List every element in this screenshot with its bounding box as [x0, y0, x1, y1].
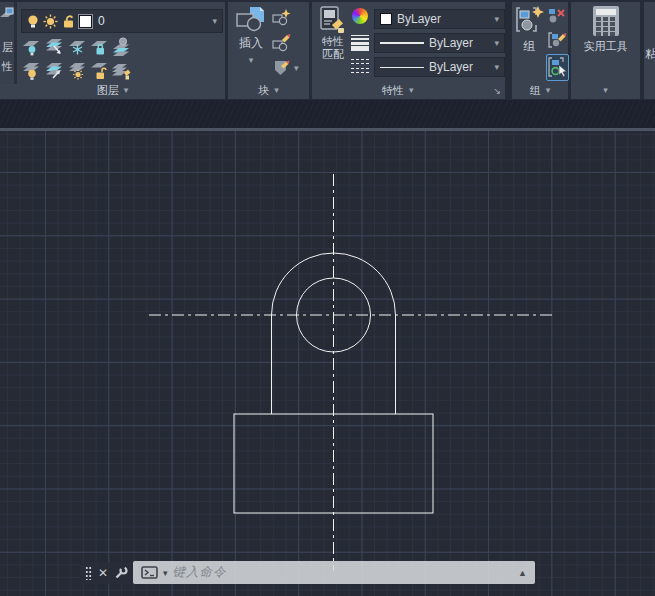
- panel-clipboard-partial: 粘: [644, 2, 655, 99]
- group-button[interactable]: 组: [514, 5, 545, 84]
- panel-group: 组 组 ▾: [512, 2, 568, 99]
- layer-on-icon[interactable]: [21, 61, 42, 80]
- linetype-dropdown-caret-icon: ▾: [494, 63, 499, 72]
- layer-unlock-tool-icon[interactable]: [89, 61, 110, 80]
- layer-properties-label-line1: 层: [2, 40, 16, 55]
- lineweight-value: ByLayer: [429, 36, 473, 50]
- lineweight-dropdown[interactable]: ByLayer ▾: [374, 33, 505, 53]
- layer-control-dropdown[interactable]: 0 ▾: [21, 9, 223, 33]
- attribute-dropdown-caret-icon[interactable]: ▾: [294, 64, 299, 73]
- layer-off-icon[interactable]: [21, 37, 42, 56]
- panel-properties-caret-icon: ▾: [409, 86, 414, 95]
- match-properties-button[interactable]: 特性 匹配: [315, 5, 351, 84]
- drawing-shapes: [0, 131, 655, 596]
- layer-dropdown-caret-icon[interactable]: ▾: [212, 17, 217, 26]
- layer-unisolate-icon[interactable]: [44, 61, 65, 80]
- layer-freeze-icon[interactable]: [67, 37, 88, 56]
- command-history-up-icon[interactable]: ▲: [518, 568, 527, 578]
- panel-block: 插入 ▾ ▾ 块 ▾: [228, 2, 309, 99]
- panel-title-utilities[interactable]: ▾: [571, 83, 640, 98]
- lineweight-dropdown-caret-icon: ▾: [494, 39, 499, 48]
- calculator-icon: [593, 6, 619, 36]
- command-placeholder: 键入命令: [173, 564, 227, 581]
- group-button-label: 组: [524, 38, 536, 55]
- insert-block-label: 插入: [239, 35, 263, 52]
- linetype-sample: [380, 67, 424, 68]
- object-color-value: ByLayer: [397, 12, 441, 26]
- command-bar-tools: ✕: [80, 562, 133, 584]
- file-tabs-band: [0, 100, 655, 128]
- linetype-icon[interactable]: [351, 59, 369, 73]
- panel-title-properties[interactable]: 特性 ▾: [312, 83, 505, 98]
- panel-title-block[interactable]: 块 ▾: [228, 83, 309, 98]
- match-properties-icon: [318, 5, 348, 35]
- lineweight-sample: [380, 42, 424, 44]
- recent-commands-caret-icon[interactable]: ▾: [163, 568, 168, 578]
- command-input[interactable]: ▾ 键入命令 ▲: [133, 561, 535, 584]
- drawing-canvas[interactable]: [0, 131, 655, 596]
- object-color-swatch: [380, 13, 392, 25]
- panel-utilities-caret-icon: ▾: [603, 86, 608, 95]
- panel-properties: 特性 匹配 ByLayer ▾ ByLayer ▾: [312, 2, 505, 99]
- panel-layers-caret-icon: ▾: [124, 86, 129, 95]
- panel-title-layers[interactable]: 图层 ▾: [0, 83, 225, 98]
- object-color-dropdown[interactable]: ByLayer ▾: [374, 9, 505, 29]
- lineweight-icon[interactable]: [351, 35, 369, 51]
- clipboard-partial-label: 粘: [645, 46, 655, 63]
- panel-title-layers-label: 图层: [97, 83, 119, 98]
- layer-thaw-icon[interactable]: [67, 61, 88, 80]
- color-wheel-icon[interactable]: [352, 8, 368, 24]
- group-icon: [515, 5, 545, 35]
- group-selection-toggle-button[interactable]: [546, 54, 569, 81]
- panel-block-caret-icon: ▾: [274, 86, 279, 95]
- layer-isolate-icon[interactable]: [44, 37, 65, 56]
- command-bar-close-button[interactable]: ✕: [98, 567, 108, 579]
- panel-utilities: 实用工具 ▾: [571, 2, 640, 99]
- quick-calculator-button[interactable]: 实用工具: [574, 6, 637, 84]
- layer-properties-label-line2: 性: [2, 59, 16, 74]
- layer-on-bulb-icon: [27, 14, 39, 29]
- ribbon: 层 性: [0, 0, 655, 100]
- panel-title-group-label: 组: [530, 83, 541, 98]
- insert-block-icon: [235, 5, 267, 33]
- insert-block-button[interactable]: 插入 ▾: [232, 5, 270, 84]
- layer-lock-icon[interactable]: [89, 37, 110, 56]
- linetype-value: ByLayer: [429, 60, 473, 74]
- customize-wrench-icon[interactable]: [114, 566, 128, 580]
- linetype-dropdown[interactable]: ByLayer ▾: [374, 57, 505, 77]
- match-properties-label-line2: 匹配: [322, 48, 344, 61]
- panel-title-block-label: 块: [258, 83, 269, 98]
- layer-properties-button[interactable]: 层 性: [0, 2, 17, 84]
- edit-block-icon[interactable]: [272, 33, 292, 53]
- panel-title-group[interactable]: 组 ▾: [512, 83, 568, 98]
- layer-thaw-sun-icon: [43, 14, 58, 29]
- layer-color-swatch: [79, 15, 92, 28]
- match-properties-label-line1: 特性: [322, 35, 344, 48]
- panel-group-caret-icon: ▾: [546, 86, 551, 95]
- ungroup-icon[interactable]: [548, 8, 568, 28]
- layer-properties-icon: [0, 7, 16, 21]
- create-block-icon[interactable]: [272, 8, 292, 28]
- utilities-button-label: 实用工具: [584, 39, 628, 54]
- layer-unlock-icon: [62, 14, 75, 29]
- layer-merge-icon[interactable]: [111, 37, 132, 56]
- command-bar-drag-handle[interactable]: [85, 566, 92, 580]
- color-dropdown-caret-icon: ▾: [494, 15, 499, 24]
- command-prompt-icon: [141, 566, 158, 579]
- properties-dialog-launcher-icon[interactable]: ↘: [493, 86, 501, 96]
- group-edit-icon[interactable]: [548, 31, 568, 51]
- layer-match-icon[interactable]: [111, 61, 132, 80]
- cad-application-window: 层 性: [0, 0, 655, 596]
- panel-title-properties-label: 特性: [382, 83, 404, 98]
- insert-dropdown-caret-icon: ▾: [249, 56, 254, 65]
- panel-layers: 层 性: [0, 2, 225, 99]
- current-layer-name: 0: [96, 14, 105, 28]
- command-bar: ✕ ▾ 键入命令 ▲: [80, 561, 535, 584]
- define-attribute-icon[interactable]: [272, 58, 292, 78]
- group-selection-icon: [548, 56, 568, 79]
